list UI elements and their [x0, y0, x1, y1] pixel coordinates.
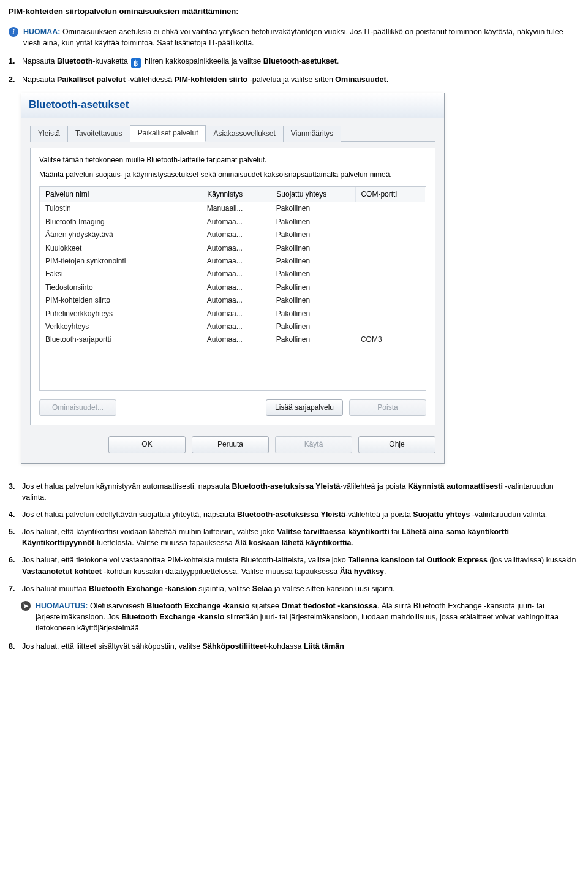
- cell-startup: Automaa...: [202, 268, 271, 281]
- table-row[interactable]: TulostinManuaali...Pakollinen: [40, 202, 425, 216]
- text-bold: Bluetooth Exchange -kansio: [146, 602, 249, 610]
- step-7: Jos haluat muuttaa Bluetooth Exchange -k…: [9, 583, 579, 594]
- cell-startup: Automaa...: [202, 320, 271, 333]
- table-row[interactable]: PIM-kohteiden siirtoAutomaa...Pakollinen: [40, 294, 425, 307]
- step-2: Napsauta Paikalliset palvelut -välilehde…: [9, 74, 579, 85]
- tab-diagnostics[interactable]: Vianmääritys: [283, 126, 341, 142]
- dialog-screenshot: Bluetooth-asetukset Yleistä Tavoitettavu…: [21, 93, 579, 464]
- cell-name: Tiedostonsiirto: [40, 281, 202, 294]
- text: tai: [414, 556, 426, 564]
- ok-button[interactable]: OK: [108, 436, 186, 453]
- table-row[interactable]: Bluetooth ImagingAutomaa...Pakollinen: [40, 216, 425, 229]
- cell-name: Bluetooth-sarjaportti: [40, 333, 202, 346]
- table-row[interactable]: TiedostonsiirtoAutomaa...Pakollinen: [40, 281, 425, 294]
- dialog-title: Bluetooth-asetukset: [21, 93, 444, 118]
- cancel-button[interactable]: Peruuta: [192, 436, 269, 453]
- table-row[interactable]: Äänen yhdyskäytäväAutomaa...Pakollinen: [40, 229, 425, 241]
- page-title: PIM-kohteiden siirtopalvelun ominaisuuks…: [9, 6, 579, 18]
- text: Jos haluat, että käyntikorttisi voidaan …: [22, 528, 277, 536]
- services-table: Palvelun nimi Käynnistys Suojattu yhteys…: [40, 187, 425, 347]
- delete-button[interactable]: Poista: [349, 399, 426, 416]
- step-5: Jos haluat, että käyntikorttisi voidaan …: [9, 526, 579, 548]
- text-bold: Bluetooth: [57, 57, 92, 66]
- help-button[interactable]: Ohje: [358, 436, 435, 453]
- text: Napsauta: [22, 57, 57, 66]
- bluetooth-settings-dialog: Bluetooth-asetukset Yleistä Tavoitettavu…: [21, 93, 445, 464]
- cell-com: COM3: [356, 333, 425, 346]
- text: .: [386, 75, 388, 84]
- services-table-wrap: Palvelun nimi Käynnistys Suojattu yhteys…: [39, 186, 426, 391]
- notice-block: i HUOMAA: Ominaisuuksien asetuksia ei eh…: [9, 26, 579, 48]
- add-serial-service-button[interactable]: Lisää sarjapalvelu: [266, 399, 343, 416]
- cell-secure: Pakollinen: [271, 255, 356, 268]
- tab-general[interactable]: Yleistä: [30, 126, 68, 142]
- cell-name: Bluetooth Imaging: [40, 216, 202, 229]
- text-bold: Käynnistä automaattisesti: [408, 482, 503, 491]
- text-bold: Älä koskaan lähetä käyntikorttia: [235, 539, 351, 547]
- text: -välilehdessä: [126, 75, 175, 84]
- table-row[interactable]: VerkkoyhteysAutomaa...Pakollinen: [40, 320, 425, 333]
- table-row[interactable]: FaksiAutomaa...Pakollinen: [40, 268, 425, 281]
- text-bold: Bluetooth-asetuksissa Yleistä: [232, 482, 341, 491]
- cell-startup: Automaa...: [202, 294, 271, 307]
- cell-name: PIM-tietojen synkronointi: [40, 255, 202, 268]
- text: -valintaruudun valinta.: [470, 510, 547, 519]
- cell-name: Puhelinverkkoyhteys: [40, 308, 202, 320]
- step-8: Jos haluat, että liitteet sisältyvät säh…: [9, 641, 579, 652]
- tab-client-apps[interactable]: Asiakassovellukset: [205, 126, 283, 142]
- text: .: [384, 567, 386, 576]
- table-row[interactable]: KuulokkeetAutomaa...Pakollinen: [40, 242, 425, 255]
- text: -kuvaketta: [92, 57, 130, 66]
- table-row[interactable]: Bluetooth-sarjaporttiAutomaa...Pakolline…: [40, 333, 425, 346]
- text-bold: Bluetooth Exchange -kansio: [121, 613, 224, 621]
- cell-startup: Manuaali...: [202, 202, 271, 216]
- table-row[interactable]: PIM-tietojen synkronointiAutomaa...Pakol…: [40, 255, 425, 268]
- text: -kohdan kussakin datatyyppiluettelossa. …: [102, 567, 340, 576]
- cell-startup: Automaa...: [202, 308, 271, 320]
- tab-local-services[interactable]: Paikalliset palvelut: [130, 125, 206, 142]
- cell-name: Kuulokkeet: [40, 242, 202, 255]
- text-bold: Tallenna kansioon: [348, 556, 414, 564]
- text: (jos valittavissa) kussakin: [488, 556, 576, 564]
- notice-body: Ominaisuuksien asetuksia ei ehkä voi vai…: [23, 28, 564, 47]
- text: -välilehteä ja poista: [341, 482, 408, 491]
- cell-name: Äänen yhdyskäytävä: [40, 229, 202, 241]
- properties-button[interactable]: Ominaisuudet...: [39, 399, 116, 416]
- text: Jos et halua palvelun käynnistyvän autom…: [22, 482, 232, 491]
- text-bold: PIM-kohteiden siirto: [175, 75, 247, 84]
- panel-intro-1: Valitse tämän tietokoneen muille Bluetoo…: [39, 155, 426, 165]
- tab-panel-local: Valitse tämän tietokoneen muille Bluetoo…: [30, 148, 435, 425]
- text-bold: Bluetooth-asetuksissa Yleistä: [237, 510, 345, 519]
- text: Napsauta: [22, 75, 57, 84]
- step-6: Jos haluat, että tietokone voi vastaanot…: [9, 554, 579, 577]
- cell-startup: Automaa...: [202, 255, 271, 268]
- step-1: Napsauta Bluetooth-kuvaketta ฿ hiiren ka…: [9, 56, 579, 68]
- tab-discoverability[interactable]: Tavoitettavuus: [67, 126, 130, 142]
- cell-secure: Pakollinen: [271, 202, 356, 216]
- cell-secure: Pakollinen: [271, 216, 356, 229]
- step-3: Jos et halua palvelun käynnistyvän autom…: [9, 481, 579, 503]
- text-bold: Suojattu yhteys: [413, 510, 470, 519]
- text: Jos haluat muuttaa: [22, 584, 89, 593]
- text-bold: Outlook Express: [427, 556, 488, 564]
- cell-name: Tulostin: [40, 202, 202, 216]
- col-startup[interactable]: Käynnistys: [202, 187, 271, 202]
- text: -kohdassa: [266, 642, 304, 651]
- cell-secure: Pakollinen: [271, 308, 356, 320]
- table-row[interactable]: PuhelinverkkoyhteysAutomaa...Pakollinen: [40, 308, 425, 320]
- col-secure[interactable]: Suojattu yhteys: [271, 187, 356, 202]
- cell-secure: Pakollinen: [271, 320, 356, 333]
- text: .: [351, 539, 353, 547]
- apply-button[interactable]: Käytä: [275, 436, 352, 453]
- bluetooth-icon: ฿: [131, 58, 141, 68]
- cell-com: [356, 281, 425, 294]
- text: sijaintia, valitse: [197, 584, 252, 593]
- tab-bar: Yleistä Tavoitettavuus Paikalliset palve…: [30, 124, 435, 142]
- col-name[interactable]: Palvelun nimi: [40, 187, 202, 202]
- step-4: Jos et halua palvelun edellyttävän suoja…: [9, 509, 579, 520]
- text: ja valitse sitten kansion uusi sijainti.: [273, 584, 395, 593]
- cell-com: [356, 308, 425, 320]
- cell-secure: Pakollinen: [271, 281, 356, 294]
- cell-startup: Automaa...: [202, 229, 271, 241]
- col-com[interactable]: COM-portti: [356, 187, 425, 202]
